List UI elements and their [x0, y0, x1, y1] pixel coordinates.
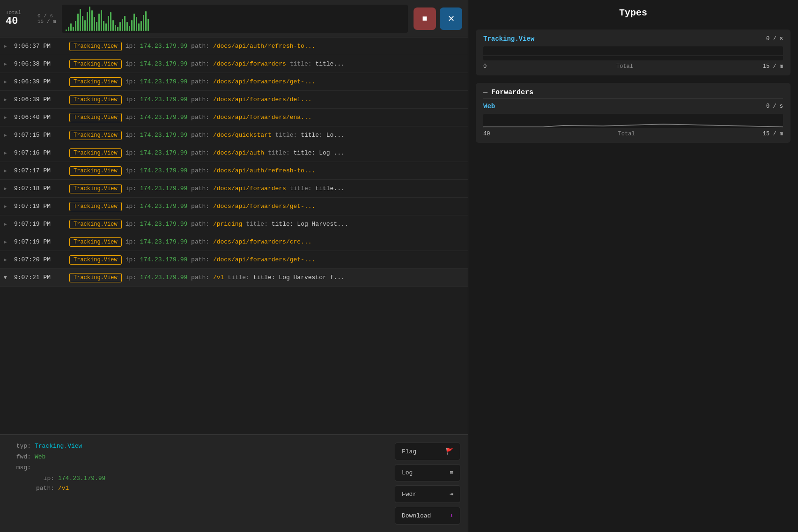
download-button[interactable]: Download ⬇: [395, 507, 460, 525]
waveform-bar: [101, 10, 102, 31]
forwarders-section: — Forwarders Web 0 / s 40 Total: [476, 83, 791, 143]
ip-label: ip:: [126, 167, 140, 174]
ip-label: ip:: [126, 221, 140, 228]
log-details: ip: 174.23.179.99 path: /docs/api/forwar…: [126, 60, 464, 67]
expand-icon[interactable]: ▶: [4, 150, 10, 156]
expand-icon[interactable]: ▶: [4, 96, 10, 103]
tracking-view-total-rate: 15 / m: [763, 63, 783, 70]
waveform-bar: [117, 27, 118, 30]
expand-icon[interactable]: ▶: [4, 239, 10, 245]
left-panel: Total 40 0 / s 15 / m ■ ✕ ▶9:06:37 PMTra…: [0, 0, 468, 532]
log-row[interactable]: ▶9:07:18 PMTracking.Viewip: 174.23.179.9…: [0, 180, 468, 198]
tracking-view-total-count: 0: [483, 63, 487, 70]
path-value: /v1: [213, 274, 224, 281]
expand-icon[interactable]: ▶: [4, 114, 10, 120]
ip-value: 174.23.179.99: [140, 149, 187, 156]
tracking-view-total-label: Total: [616, 63, 633, 70]
timestamp: 9:06:37 PM: [14, 43, 66, 50]
web-total-count: 40: [483, 131, 490, 137]
expand-icon[interactable]: ▶: [4, 132, 10, 138]
path-value: /v1: [58, 485, 69, 492]
waveform-bar: [126, 22, 128, 31]
web-header: Web 0 / s: [483, 103, 783, 110]
tracking-view-footer: 0 Total 15 / m: [483, 63, 783, 70]
web-chart: [483, 114, 783, 128]
fwd-value: Web: [35, 453, 45, 460]
download-icon: ⬇: [450, 512, 453, 519]
type-badge: Tracking.View: [69, 220, 122, 229]
waveform-bar: [77, 14, 79, 30]
expand-icon[interactable]: ▼: [4, 275, 10, 281]
ip-value: 174.23.179.99: [140, 114, 187, 121]
expand-icon[interactable]: ▶: [4, 79, 10, 85]
path-value: /docs/api/forwarders: [213, 60, 286, 67]
path-label: path:: [191, 149, 213, 156]
log-row[interactable]: ▶9:06:40 PMTracking.Viewip: 174.23.179.9…: [0, 109, 468, 126]
waveform-bar: [105, 23, 107, 31]
expand-icon[interactable]: ▶: [4, 221, 10, 227]
log-row[interactable]: ▶9:07:19 PMTracking.Viewip: 174.23.179.9…: [0, 233, 468, 251]
log-details: ip: 174.23.179.99 path: /docs/api/forwar…: [126, 96, 464, 103]
fwdr-button[interactable]: Fwdr ⇥: [395, 485, 460, 503]
expand-icon[interactable]: ▶: [4, 257, 10, 263]
timestamp: 9:06:40 PM: [14, 114, 66, 121]
log-row[interactable]: ▶9:07:15 PMTracking.Viewip: 174.23.179.9…: [0, 126, 468, 144]
path-label: path:: [191, 256, 213, 263]
waveform-bar: [129, 26, 130, 30]
title-value: title: Log ...: [294, 149, 345, 156]
path-value: /docs/api/auth/refresh-to...: [213, 43, 315, 50]
log-list: ▶9:06:37 PMTracking.Viewip: 174.23.179.9…: [0, 37, 468, 434]
title-value: title...: [315, 185, 344, 192]
waveform: [62, 5, 408, 33]
expand-icon[interactable]: ▶: [4, 185, 10, 192]
path-label: path:: [191, 203, 213, 210]
path-label: path:: [191, 114, 213, 121]
title-value: title...: [315, 60, 344, 67]
log-row[interactable]: ▶9:07:20 PMTracking.Viewip: 174.23.179.9…: [0, 251, 468, 269]
log-row[interactable]: ▶9:07:17 PMTracking.Viewip: 174.23.179.9…: [0, 162, 468, 180]
log-row[interactable]: ▼9:07:21 PMTracking.Viewip: 174.23.179.9…: [0, 269, 468, 287]
log-row[interactable]: ▶9:06:38 PMTracking.Viewip: 174.23.179.9…: [0, 55, 468, 73]
rate-per-s: 0 / s: [37, 13, 56, 19]
type-badge: Tracking.View: [69, 166, 122, 176]
log-row[interactable]: ▶9:07:16 PMTracking.Viewip: 174.23.179.9…: [0, 144, 468, 162]
expand-icon[interactable]: ▶: [4, 61, 10, 67]
path-value: /docs/api/forwarders/ena...: [213, 114, 312, 121]
total-number: 40: [6, 15, 34, 27]
expand-icon[interactable]: ▶: [4, 168, 10, 174]
log-row[interactable]: ▶9:06:37 PMTracking.Viewip: 174.23.179.9…: [0, 37, 468, 55]
expand-icon[interactable]: ▶: [4, 43, 10, 49]
rate-per-m: 15 / m: [37, 19, 56, 24]
collapse-icon[interactable]: —: [483, 89, 488, 96]
timestamp: 9:07:20 PM: [14, 256, 66, 263]
ip-value: 174.23.179.99: [140, 43, 187, 50]
title-label: title:: [275, 132, 301, 139]
stop-button[interactable]: ■: [414, 7, 436, 30]
log-row[interactable]: ▶9:06:39 PMTracking.Viewip: 174.23.179.9…: [0, 91, 468, 109]
timestamp: 9:07:19 PM: [14, 221, 66, 228]
waveform-bar: [124, 16, 126, 30]
path-value: /docs/api/forwarders/cre...: [213, 238, 312, 245]
waveform-bar: [112, 20, 114, 31]
log-row[interactable]: ▶9:07:19 PMTracking.Viewip: 174.23.179.9…: [0, 215, 468, 233]
msg-label: msg:: [7, 464, 31, 471]
waveform-bar: [84, 20, 86, 31]
path-value: /docs/api/forwarders: [213, 185, 286, 192]
waveform-bar: [148, 19, 149, 31]
close-button[interactable]: ✕: [440, 7, 462, 30]
waveform-bar: [140, 21, 142, 31]
flag-button[interactable]: Flag 🚩: [395, 443, 460, 460]
log-details: ip: 174.23.179.99 path: /v1 title: title…: [126, 274, 464, 281]
waveform-bar: [75, 21, 76, 31]
type-badge: Tracking.View: [69, 202, 122, 211]
flag-icon: 🚩: [446, 448, 453, 455]
log-row[interactable]: ▶9:07:19 PMTracking.Viewip: 174.23.179.9…: [0, 198, 468, 215]
title-value: title: Log Harvestor f...: [253, 274, 345, 281]
expand-icon[interactable]: ▶: [4, 203, 10, 209]
panel-title: Types: [476, 7, 791, 18]
log-row[interactable]: ▶9:06:39 PMTracking.Viewip: 174.23.179.9…: [0, 73, 468, 91]
ip-value: 174.23.179.99: [140, 167, 187, 174]
log-details: ip: 174.23.179.99 path: /pricing title: …: [126, 221, 464, 228]
log-button[interactable]: Log ≡: [395, 464, 460, 481]
timestamp: 9:06:38 PM: [14, 60, 66, 67]
